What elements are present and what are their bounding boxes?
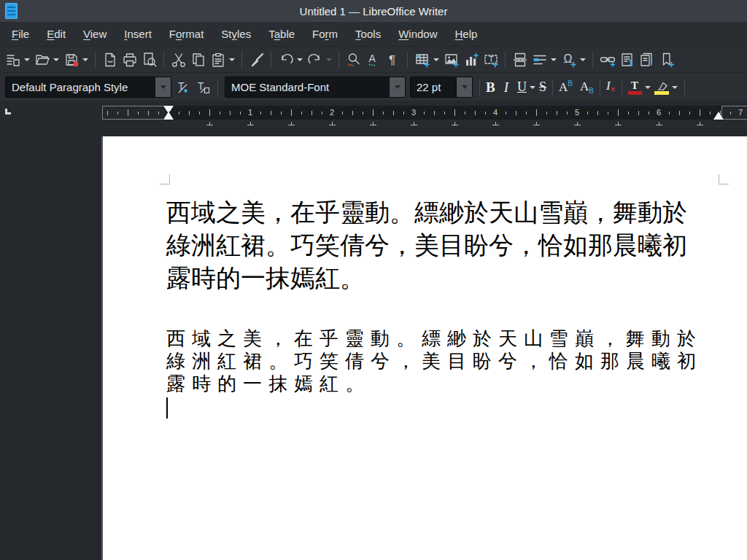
save-icon bbox=[63, 51, 80, 68]
new-document-icon bbox=[4, 51, 21, 68]
print-button[interactable] bbox=[120, 50, 139, 70]
ruler-tick bbox=[373, 109, 374, 116]
ruler-tick bbox=[189, 111, 190, 115]
open-file-dropdown[interactable] bbox=[53, 58, 59, 61]
menu-format[interactable]: Format bbox=[160, 25, 213, 43]
subscript-button[interactable]: AB bbox=[578, 77, 595, 98]
default-tab-stop-mark bbox=[492, 122, 499, 125]
redo-icon bbox=[306, 51, 323, 68]
menu-styles[interactable]: Styles bbox=[212, 25, 260, 43]
paragraph-kai-style[interactable]: 西域之美，在乎靈動。縹緲於天山雪巔，舞動於 綠洲紅裙。巧笑倩兮，美目盼兮，恰如那… bbox=[166, 327, 727, 395]
insert-bookmark-button[interactable] bbox=[657, 50, 676, 70]
menu-help[interactable]: Help bbox=[446, 25, 487, 43]
ruler-tick bbox=[526, 112, 527, 114]
toolbar-separator bbox=[600, 79, 600, 96]
ruler-tick bbox=[669, 112, 670, 114]
save-button[interactable] bbox=[61, 50, 81, 70]
menu-tools[interactable]: Tools bbox=[347, 25, 390, 43]
superscript-button[interactable]: AB bbox=[557, 77, 574, 98]
export-pdf-button[interactable] bbox=[100, 50, 120, 70]
clear-formatting-button[interactable]: I× bbox=[605, 77, 617, 98]
font-color-button[interactable]: T bbox=[627, 77, 643, 98]
ruler-tick bbox=[301, 112, 302, 114]
toolbar-separator bbox=[338, 52, 339, 68]
new-document-dropdown[interactable] bbox=[24, 58, 30, 61]
page-break-button[interactable] bbox=[510, 50, 530, 70]
highlight-color-dropdown[interactable] bbox=[672, 86, 678, 89]
paragraph-style-combobox[interactable]: Default Paragraph Style bbox=[5, 77, 171, 98]
bold-button[interactable]: B bbox=[484, 77, 497, 98]
clone-formatting-button[interactable] bbox=[247, 50, 266, 70]
font-color-dropdown[interactable] bbox=[645, 86, 651, 89]
right-indent-marker[interactable] bbox=[713, 112, 724, 120]
ruler-tick bbox=[546, 112, 547, 114]
new-style-button[interactable]: T bbox=[193, 77, 213, 98]
ruler-tick bbox=[230, 111, 231, 115]
underline-button[interactable]: U bbox=[516, 77, 528, 98]
menu-insert[interactable]: Insert bbox=[115, 25, 160, 43]
update-style-button[interactable]: T bbox=[174, 77, 193, 98]
undo-dropdown[interactable] bbox=[297, 58, 303, 61]
text-line[interactable]: 露時的一抹嫣紅。 bbox=[166, 262, 727, 295]
redo-dropdown[interactable] bbox=[326, 58, 332, 61]
insert-field-button[interactable] bbox=[530, 50, 549, 70]
formatting-marks-button[interactable]: ¶ bbox=[383, 50, 403, 70]
new-document-button[interactable] bbox=[3, 50, 23, 70]
insert-footnote-button[interactable]: 1 bbox=[617, 50, 637, 70]
font-size-value[interactable]: 22 pt bbox=[411, 81, 456, 93]
paragraph-style-value[interactable]: Default Paragraph Style bbox=[6, 81, 155, 93]
font-size-combobox[interactable]: 22 pt bbox=[410, 77, 473, 98]
underline-dropdown[interactable] bbox=[530, 86, 535, 89]
font-name-value[interactable]: MOE Standard-Font bbox=[225, 81, 389, 93]
insert-table-dropdown[interactable] bbox=[433, 58, 439, 61]
text-line[interactable]: 西域之美，在乎靈動。縹緲於天山雪巔，舞動於 bbox=[166, 196, 727, 229]
text-line[interactable]: 西域之美，在乎靈動。縹緲於天山雪巔，舞動於 bbox=[166, 327, 727, 350]
menu-view[interactable]: View bbox=[74, 25, 115, 43]
save-dropdown[interactable] bbox=[82, 58, 88, 61]
ruler-scale[interactable]: 1234567 bbox=[102, 102, 747, 128]
spelling-button[interactable]: A bbox=[363, 50, 383, 70]
menu-edit[interactable]: Edit bbox=[38, 25, 74, 43]
font-name-combobox[interactable]: MOE Standard-Font bbox=[225, 77, 406, 98]
paste-dropdown[interactable] bbox=[229, 58, 235, 61]
text-boundary-top-right bbox=[719, 174, 729, 184]
print-preview-icon bbox=[141, 51, 158, 68]
text-line[interactable]: 綠洲紅裙。巧笑倩兮，美目盼兮，恰如那晨曦初 bbox=[166, 350, 727, 373]
text-line[interactable]: 綠洲紅裙。巧笑倩兮，美目盼兮，恰如那晨曦初 bbox=[166, 229, 727, 262]
special-character-dropdown[interactable] bbox=[580, 58, 586, 61]
italic-button[interactable]: I bbox=[503, 77, 510, 98]
menu-file[interactable]: File bbox=[3, 25, 38, 43]
special-character-button[interactable]: Ω bbox=[559, 50, 578, 70]
highlight-color-button[interactable] bbox=[653, 77, 670, 98]
print-preview-button[interactable] bbox=[139, 50, 159, 70]
font-name-dropdown[interactable] bbox=[389, 77, 405, 97]
tab-stop-type-selector[interactable] bbox=[5, 109, 11, 114]
find-replace-button[interactable] bbox=[344, 50, 363, 70]
insert-field-dropdown[interactable] bbox=[551, 58, 557, 61]
open-file-button[interactable] bbox=[32, 50, 52, 70]
font-size-dropdown[interactable] bbox=[456, 77, 472, 97]
paragraph-song-style[interactable]: 西域之美，在乎靈動。縹緲於天山雪巔，舞動於 綠洲紅裙。巧笑倩兮，美目盼兮，恰如那… bbox=[166, 196, 727, 295]
strikethrough-button[interactable]: S bbox=[538, 77, 548, 98]
insert-textbox-button[interactable]: T bbox=[481, 50, 500, 70]
paragraph-style-dropdown[interactable] bbox=[155, 77, 171, 97]
menu-table[interactable]: Table bbox=[260, 25, 303, 43]
formatting-marks-icon: ¶ bbox=[384, 51, 401, 68]
undo-button[interactable] bbox=[276, 50, 295, 70]
menu-window[interactable]: Window bbox=[390, 25, 446, 43]
paste-button[interactable] bbox=[208, 50, 228, 70]
insert-chart-button[interactable] bbox=[461, 50, 481, 70]
menu-form[interactable]: Form bbox=[303, 25, 347, 43]
copy-button[interactable] bbox=[188, 50, 208, 70]
redo-button[interactable] bbox=[305, 50, 325, 70]
insert-endnote-button[interactable]: i bbox=[637, 50, 657, 70]
cut-button[interactable] bbox=[169, 50, 188, 70]
insert-hyperlink-button[interactable] bbox=[597, 50, 617, 70]
insert-image-button[interactable] bbox=[441, 50, 461, 70]
left-indent-marker[interactable] bbox=[163, 112, 174, 120]
text-line[interactable]: 露時的一抹嫣紅。 bbox=[166, 373, 727, 395]
ruler-tick bbox=[587, 112, 588, 114]
document-page[interactable]: 西域之美，在乎靈動。縹緲於天山雪巔，舞動於 綠洲紅裙。巧笑倩兮，美目盼兮，恰如那… bbox=[101, 136, 747, 560]
ruler-tick bbox=[352, 111, 353, 115]
insert-table-button[interactable] bbox=[412, 50, 432, 70]
